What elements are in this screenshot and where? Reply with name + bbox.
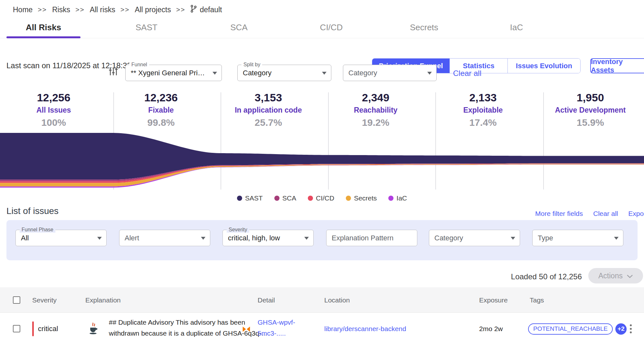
chevron-down-icon	[97, 237, 102, 240]
breadcrumb-separator: >>	[176, 6, 185, 14]
legend-item-cicd[interactable]: CI/CD	[308, 194, 334, 202]
tab-sast[interactable]: SAST	[114, 20, 179, 35]
alert-placeholder: Alert	[125, 234, 198, 242]
header-exposure: Exposure	[479, 287, 508, 313]
stage-label: Active Development	[555, 106, 626, 115]
funnel-stage-exploitable: 2,133 Exploitable 17.4%	[429, 91, 536, 128]
breadcrumb-all-projects[interactable]: All projects	[135, 5, 171, 14]
chevron-down-icon	[201, 237, 205, 240]
funnel-select-label: Funnel	[129, 62, 149, 68]
issues-clear-all-link[interactable]: Clear all	[593, 210, 618, 218]
row-menu-kebab-icon[interactable]	[630, 313, 632, 343]
funnel-stage-active-development: 1,950 Active Development 15.9%	[537, 91, 644, 128]
chevron-down-icon	[614, 237, 619, 240]
table-row[interactable]: critical ## Duplicate Advisory This advi…	[0, 313, 644, 343]
breadcrumb-separator: >>	[75, 6, 85, 14]
stage-label: Fixable	[148, 106, 174, 115]
funnel-phase-select[interactable]: Funnel Phase All	[15, 230, 107, 246]
tab-iac[interactable]: IaC	[484, 20, 549, 35]
funnel-layer-sast	[0, 133, 644, 180]
header-tags: Tags	[530, 287, 544, 313]
more-filter-fields-link[interactable]: More filter fields	[535, 210, 583, 218]
severity-select[interactable]: Severity critical, high, low	[223, 230, 314, 246]
more-tags-badge[interactable]: +2	[615, 323, 627, 335]
breadcrumb-all-risks[interactable]: All risks	[90, 5, 115, 14]
category-select-placeholder: Category	[348, 69, 423, 77]
header-location: Location	[324, 287, 350, 313]
funnel-stage-in-application-code: 3,153 In application code 25.7%	[215, 91, 322, 128]
export-label: Export	[628, 210, 644, 218]
stage-label: All Issues	[36, 106, 71, 115]
view-toggle-issues-evolution[interactable]: Issues Evolution	[507, 59, 580, 73]
list-of-issues-title: List of issues	[6, 206, 59, 216]
split-by-select[interactable]: Split by Category	[237, 65, 331, 81]
tags-cell: POTENTIAL_REACHABLE +2	[528, 313, 627, 343]
tab-all-risks[interactable]: All Risks	[6, 20, 80, 35]
type-select[interactable]: Type	[532, 230, 623, 246]
row-checkbox[interactable]	[13, 325, 20, 332]
header-detail: Detail	[258, 287, 275, 313]
stage-percent: 25.7%	[255, 117, 282, 128]
breadcrumb-separator: >>	[38, 6, 47, 14]
funnel-select[interactable]: Funnel ** Xygeni General Prioritizat...	[125, 65, 222, 81]
breadcrumb-home[interactable]: Home	[13, 5, 33, 14]
select-all-checkbox[interactable]	[13, 296, 20, 304]
issues-table-header: Severity Explanation Detail Location Exp…	[0, 287, 644, 313]
stage-label: Exploitable	[463, 106, 503, 115]
funnel-stages: 12,256 All Issues 100% 12,236 Fixable 99…	[0, 91, 644, 128]
actions-button[interactable]: Actions	[588, 268, 643, 283]
tab-secrets[interactable]: Secrets	[392, 20, 456, 35]
stage-count: 12,256	[37, 91, 71, 104]
legend-dot-iac	[388, 196, 393, 201]
tag-chip[interactable]: POTENTIAL_REACHABLE	[528, 323, 613, 335]
issues-header-links: More filter fields Clear all Export	[535, 209, 644, 218]
branch-icon	[190, 5, 197, 15]
chevron-down-icon	[304, 237, 309, 240]
breadcrumb-branch[interactable]: default	[190, 5, 222, 15]
legend-item-sast[interactable]: SAST	[237, 194, 263, 202]
advisory-source-icon	[242, 324, 251, 335]
detail-line: 5mc3-.....	[258, 328, 295, 339]
chevron-down-icon	[213, 72, 217, 75]
java-icon	[88, 322, 99, 336]
chevron-down-icon	[322, 72, 327, 75]
inventory-assets-button[interactable]: Inventory Assets	[590, 58, 644, 73]
funnel-stage-fixable: 12,236 Fixable 99.8%	[107, 91, 214, 128]
funnel-settings-icon[interactable]	[108, 66, 118, 78]
breadcrumb-risks[interactable]: Risks	[52, 5, 70, 14]
severity-label: Severity	[227, 227, 249, 233]
explanation-pattern-input[interactable]	[326, 230, 417, 246]
funnel-area-chart	[0, 131, 644, 190]
actions-label: Actions	[598, 272, 622, 280]
legend-dot-cicd	[308, 196, 313, 201]
legend-label: SAST	[245, 194, 263, 202]
legend-item-secrets[interactable]: Secrets	[346, 194, 377, 202]
location-link[interactable]: library/derscanner-backend	[324, 313, 406, 343]
stage-percent: 15.9%	[577, 117, 604, 128]
stage-label: In application code	[235, 106, 302, 115]
legend-item-iac[interactable]: IaC	[388, 194, 407, 202]
category-filter-select[interactable]: Category	[429, 230, 520, 246]
tab-cicd[interactable]: CI/CD	[299, 20, 364, 35]
alert-select[interactable]: Alert	[119, 230, 210, 246]
active-tab-indicator	[6, 36, 80, 38]
tabbar-divider	[0, 38, 644, 38]
risks-dashboard-page: Home >> Risks >> All risks >> All projec…	[0, 0, 644, 343]
chevron-down-icon	[427, 72, 432, 75]
detail-link[interactable]: GHSA-wpvf- 5mc3-.....	[258, 317, 295, 339]
category-filter-placeholder: Category	[434, 234, 508, 242]
stage-percent: 19.2%	[362, 117, 389, 128]
stage-count: 2,133	[469, 91, 497, 104]
header-severity: Severity	[32, 287, 57, 313]
category-select[interactable]: Category	[343, 65, 437, 81]
funnel-select-value: ** Xygeni General Prioritizat...	[131, 69, 208, 77]
legend-dot-sast	[237, 196, 242, 201]
legend-item-sca[interactable]: SCA	[274, 194, 296, 202]
export-link[interactable]: Export	[628, 209, 644, 218]
funnel-stage-reachability: 2,349 Reachability 19.2%	[322, 91, 429, 128]
stage-percent: 99.8%	[147, 117, 175, 128]
header-explanation: Explanation	[85, 287, 121, 313]
tab-sca[interactable]: SCA	[207, 20, 271, 35]
funnel-clear-all-link[interactable]: Clear all	[453, 69, 481, 78]
split-by-select-value: Category	[243, 69, 317, 77]
